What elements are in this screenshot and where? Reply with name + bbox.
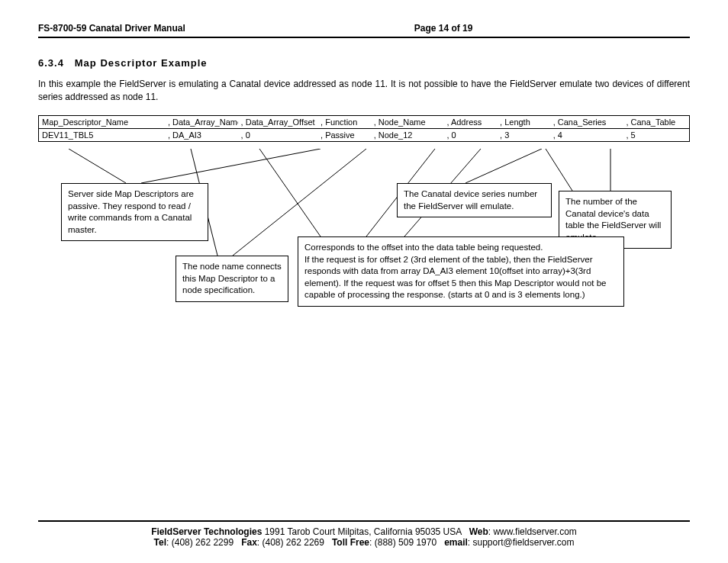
footer-toll-label: Toll Free bbox=[332, 537, 369, 548]
th-map-descriptor-name: Map_Descriptor_Name bbox=[39, 115, 165, 128]
table-header-row: Map_Descriptor_Name , Data_Array_Name , … bbox=[39, 115, 690, 128]
section-intro: In this example the FieldServer is emula… bbox=[38, 78, 690, 104]
callout-offset: Corresponds to the offset into the data … bbox=[298, 236, 624, 307]
callout-node-name: The node name connects this Map Descript… bbox=[176, 256, 288, 302]
td-address: , 0 bbox=[443, 128, 497, 141]
section-heading: 6.3.4 Map Descriptor Example bbox=[38, 57, 690, 69]
td-cana-series: , 4 bbox=[550, 128, 623, 141]
th-address: , Address bbox=[443, 115, 497, 128]
footer-line-2: Tel: (408) 262 2299 Fax: (408) 262 2269 … bbox=[38, 537, 690, 548]
section-title-text: Map Descriptor Example bbox=[75, 57, 208, 69]
footer-company: FieldServer Technologies bbox=[151, 526, 262, 537]
page-number: Page 14 of 19 bbox=[414, 23, 473, 34]
doc-title: FS-8700-59 Canatal Driver Manual bbox=[38, 23, 185, 34]
footer-line-1: FieldServer Technologies 1991 Tarob Cour… bbox=[38, 526, 690, 537]
th-function: , Function bbox=[317, 115, 371, 128]
footer-address: 1991 Tarob Court Milpitas, California 95… bbox=[265, 526, 462, 537]
svg-line-1 bbox=[69, 149, 126, 183]
td-function: , Passive bbox=[317, 128, 371, 141]
td-node-name: , Node_12 bbox=[371, 128, 444, 141]
svg-line-0 bbox=[141, 149, 321, 183]
map-descriptor-table: Map_Descriptor_Name , Data_Array_Name , … bbox=[38, 115, 690, 142]
table-data-row: DEV11_TBL5 , DA_AI3 , 0 , Passive , Node… bbox=[39, 128, 690, 141]
td-data-array-offset: , 0 bbox=[238, 128, 317, 141]
th-data-array-offset: , Data_Array_Offset bbox=[238, 115, 317, 128]
th-cana-table: , Cana_Table bbox=[623, 115, 689, 128]
footer-email-label: email bbox=[444, 537, 468, 548]
td-map-descriptor-name: DEV11_TBL5 bbox=[39, 128, 165, 141]
callout-server-side: Server side Map Descriptors are passive.… bbox=[61, 183, 208, 241]
th-data-array-name: , Data_Array_Name bbox=[165, 115, 238, 128]
td-length: , 3 bbox=[497, 128, 550, 141]
svg-line-7 bbox=[465, 149, 542, 183]
svg-line-6 bbox=[259, 149, 321, 236]
page-header: FS-8700-59 Canatal Driver Manual Page 14… bbox=[38, 23, 690, 37]
header-rule bbox=[38, 37, 690, 38]
section-number: 6.3.4 bbox=[38, 57, 64, 69]
footer-fax-label: Fax bbox=[241, 537, 257, 548]
th-length: , Length bbox=[497, 115, 550, 128]
th-cana-series: , Cana_Series bbox=[550, 115, 623, 128]
callout-series: The Canatal device series number the Fie… bbox=[397, 183, 552, 217]
footer-tel-label: Tel bbox=[154, 537, 166, 548]
footer-tel: (408) 262 2299 bbox=[172, 537, 234, 548]
footer-fax: (408) 262 2269 bbox=[263, 537, 324, 548]
footer-web-label: Web bbox=[469, 526, 488, 537]
td-cana-table: , 5 bbox=[623, 128, 689, 141]
footer-toll: (888) 509 1970 bbox=[375, 537, 436, 548]
td-data-array-name: , DA_AI3 bbox=[165, 128, 238, 141]
footer-rule bbox=[38, 520, 690, 522]
page-footer: FieldServer Technologies 1991 Tarob Cour… bbox=[38, 516, 690, 548]
footer-web: www.fieldserver.com bbox=[493, 526, 576, 537]
footer-email: support@fieldserver.com bbox=[473, 537, 575, 548]
th-node-name: , Node_Name bbox=[371, 115, 444, 128]
